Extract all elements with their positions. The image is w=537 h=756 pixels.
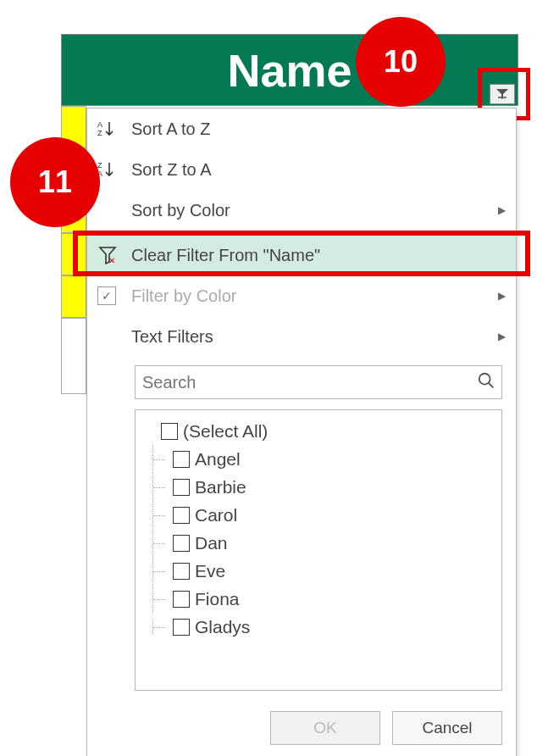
tree-item[interactable]: Angel <box>141 445 496 473</box>
tree-item[interactable]: Dan <box>141 529 496 557</box>
tree-checkbox[interactable] <box>173 451 190 468</box>
cancel-button[interactable]: Cancel <box>392 711 502 745</box>
filter-dropdown-menu: AZ Sort A to Z ZA Sort Z to A Sort by Co… <box>86 108 517 756</box>
annotation-callout-11: 11 <box>10 137 100 227</box>
svg-point-5 <box>479 374 490 385</box>
search-row <box>87 357 516 404</box>
menu-item-label: Filter by Color <box>131 286 498 306</box>
highlighted-cell[interactable] <box>61 275 86 318</box>
annotation-box-11 <box>73 231 530 276</box>
ok-button: OK <box>270 711 380 745</box>
submenu-arrow-icon: ▶ <box>498 331 506 342</box>
sort-by-color-item[interactable]: Sort by Color ▶ <box>87 190 516 231</box>
sort-az-icon: AZ <box>97 119 131 139</box>
tree-item-label: Fiona <box>195 589 240 609</box>
sort-ascending-item[interactable]: AZ Sort A to Z <box>87 108 516 149</box>
text-filters-item[interactable]: Text Filters ▶ <box>87 316 516 357</box>
tree-item-label: Gladys <box>195 617 250 637</box>
svg-text:Z: Z <box>97 129 102 137</box>
filter-by-color-item: ✓ Filter by Color ▶ <box>87 275 516 316</box>
svg-text:Z: Z <box>97 161 102 170</box>
empty-cell[interactable] <box>61 318 86 394</box>
tree-item-label: Dan <box>195 533 228 553</box>
menu-item-label: Sort Z to A <box>131 160 506 180</box>
annotation-callout-10: 10 <box>356 17 446 107</box>
dialog-buttons: OK Cancel <box>87 699 516 756</box>
tree-item-label: (Select All) <box>183 421 268 442</box>
menu-item-label: Sort A to Z <box>131 120 506 139</box>
tree-item-select-all[interactable]: (Select All) <box>141 417 496 445</box>
tree-item-label: Angel <box>195 449 241 470</box>
tree-checkbox[interactable] <box>173 507 190 524</box>
column-header: Name <box>61 34 518 106</box>
tree-item[interactable]: Fiona <box>141 585 496 613</box>
tree-checkbox[interactable] <box>173 619 190 636</box>
tree-item[interactable]: Gladys <box>141 613 496 641</box>
tree-item-label: Barbie <box>195 477 246 498</box>
menu-item-label: Text Filters <box>131 327 498 347</box>
submenu-arrow-icon: ▶ <box>498 290 506 302</box>
svg-text:A: A <box>97 120 102 129</box>
tree-checkbox[interactable] <box>173 479 190 496</box>
tree-checkbox[interactable] <box>173 563 190 580</box>
tree-item-label: Carol <box>195 505 237 525</box>
tree-checkbox[interactable] <box>173 535 190 552</box>
menu-item-label: Sort by Color <box>131 201 498 220</box>
submenu-arrow-icon: ▶ <box>498 204 506 216</box>
search-input[interactable] <box>135 365 502 399</box>
sort-za-icon: ZA <box>97 159 131 180</box>
filter-values-tree: (Select All) Angel Barbie Carol Dan Eve <box>135 409 502 691</box>
tree-item[interactable]: Carol <box>141 501 496 529</box>
column-header-title: Name <box>227 44 352 97</box>
tree-item[interactable]: Barbie <box>141 473 496 501</box>
tree-item-label: Eve <box>195 561 225 581</box>
checkbox-icon: ✓ <box>97 286 131 305</box>
tree-checkbox[interactable] <box>161 423 178 440</box>
sort-descending-item[interactable]: ZA Sort Z to A <box>87 149 516 190</box>
tree-item[interactable]: Eve <box>141 557 496 585</box>
search-icon <box>477 371 495 393</box>
tree-checkbox[interactable] <box>173 591 190 608</box>
